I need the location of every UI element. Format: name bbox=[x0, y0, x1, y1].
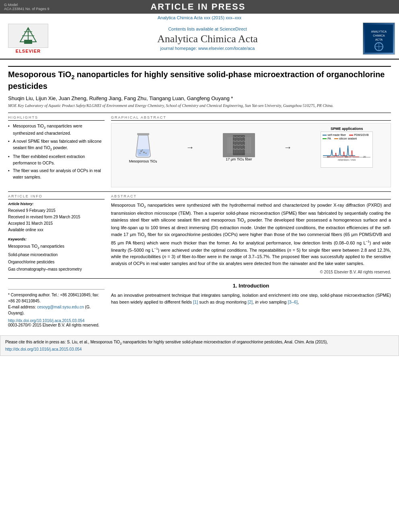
citation-doi-link[interactable]: http://dx.doi.org/10.1016/j.aca.2015.03.… bbox=[5, 347, 82, 351]
svg-point-15 bbox=[142, 150, 143, 151]
journal-title-row: ELSEVIER Contents lists available at Sci… bbox=[4, 21, 395, 56]
highlights-column: HIGHLIGHTS Mesoporous TiO2 nanoparticles… bbox=[8, 115, 105, 187]
contents-line: Contents lists available at ScienceDirec… bbox=[52, 27, 363, 31]
legend-dot-orange bbox=[334, 138, 338, 139]
ga-chart-item: SPME applications self made fiber bbox=[321, 127, 373, 168]
intro-right: 1. Introduction As an innovative pretrea… bbox=[111, 283, 391, 316]
keyword-1: Mesoporous TiO2 nanoparticles bbox=[8, 243, 105, 251]
ga-beaker-item: Mesoporous TiO₂ bbox=[129, 131, 157, 163]
ga-chart-title: SPME applications bbox=[331, 127, 363, 131]
intro-such: such bbox=[199, 300, 208, 304]
ref-1: [1] bbox=[193, 300, 198, 304]
ga-fiber-label: 17 μm TiO₂ fiber bbox=[226, 157, 252, 161]
highlights-label: HIGHLIGHTS bbox=[8, 115, 105, 121]
legend-silicon: silicon sealant bbox=[334, 137, 357, 140]
article-history-label: Article history: bbox=[8, 202, 105, 206]
graphical-abstract-column: GRAPHICAL ABSTRACT bbox=[111, 115, 391, 187]
svg-text:10: 10 bbox=[327, 156, 330, 158]
journal-header: Analytica Chimica Acta xxx (2015) xxx–xx… bbox=[0, 14, 399, 60]
graphical-abstract-content: Mesoporous TiO₂ → bbox=[111, 123, 391, 187]
highlight-item-1: Mesoporous TiO2 nanoparticles were synth… bbox=[8, 123, 105, 137]
issn-line: 0003-2670/© 2015 Elsevier B.V. All right… bbox=[8, 323, 99, 327]
keyword-4: Gas chromatography–mass spectrometry bbox=[8, 266, 105, 273]
copyright-line: © 2015 Elsevier B.V. All rights reserved… bbox=[111, 270, 391, 274]
intro-left-spacer: * Corresponding author. Tel.: +86 208411… bbox=[8, 283, 105, 316]
highlight-item-2: A novel SPME fiber was fabricated with s… bbox=[8, 138, 105, 152]
chromatogram-svg: 10 15 20 bbox=[323, 142, 370, 158]
legend-pdms: PDMS/DVB bbox=[349, 134, 369, 136]
received-revised-date: Received in revised form 29 March 2015 bbox=[8, 214, 105, 220]
citation-text: Please cite this article in press as: S.… bbox=[5, 340, 328, 344]
article-in-press-header: ARTICLE IN PRESS bbox=[49, 2, 347, 12]
ga-flow: Mesoporous TiO₂ → bbox=[115, 127, 387, 168]
elsevier-text: ELSEVIER bbox=[16, 49, 41, 53]
x-axis-label: retention / min bbox=[323, 158, 371, 161]
corresponding-author: * Corresponding author. Tel.: +86 208411… bbox=[8, 292, 105, 304]
ga-arrow-2: → bbox=[284, 143, 292, 152]
keywords-label: Keywords: bbox=[8, 237, 105, 241]
highlight-item-3: The fiber exhibited excellent extraction… bbox=[8, 154, 105, 166]
legend-label-pa: PA bbox=[327, 137, 331, 140]
keyword-2: Solid-phase microextraction bbox=[8, 251, 105, 259]
email-address: cesoyg@mail.sysu.edu.cn bbox=[37, 305, 84, 309]
introduction-section: * Corresponding author. Tel.: +86 208411… bbox=[8, 283, 391, 316]
abstract-label: ABSTRACT bbox=[111, 194, 391, 199]
legend-dot-red bbox=[349, 135, 353, 136]
legend-label-self-made: self made fiber bbox=[327, 134, 346, 136]
intro-section-heading: 1. Introduction bbox=[111, 283, 391, 289]
highlights-graphical-section: HIGHLIGHTS Mesoporous TiO2 nanoparticles… bbox=[8, 115, 391, 187]
legend-dot-green bbox=[323, 138, 327, 139]
highlights-list: Mesoporous TiO2 nanoparticles were synth… bbox=[8, 123, 105, 181]
ref-2: [2] bbox=[248, 300, 253, 304]
spme-legend: self made fiber PDMS/DVB bbox=[323, 134, 371, 136]
intro-text: As an innovative pretreatment technique … bbox=[111, 292, 391, 306]
spme-legend-2: PA silicon sealant bbox=[323, 137, 371, 140]
model-info: G Model ACA 233841 No. of Pages 9 bbox=[4, 3, 49, 11]
svg-text:ACTA: ACTA bbox=[375, 38, 383, 41]
ref-3-6: [3–6] bbox=[288, 300, 298, 304]
journal-homepage: journal homepage: www.elsevier.com/locat… bbox=[52, 46, 363, 51]
highlight-item-4: The fiber was used for analysis of OCPs … bbox=[8, 168, 105, 181]
svg-point-14 bbox=[143, 152, 145, 153]
email-label: E-mail address: bbox=[8, 305, 37, 309]
article-history: Article history: Received 9 February 201… bbox=[8, 202, 105, 233]
top-bar: G Model ACA 233841 No. of Pages 9 ARTICL… bbox=[0, 0, 399, 14]
abstract-text: Mesoporous TiO2 nanoparticles were synth… bbox=[111, 202, 391, 267]
divider-top bbox=[8, 66, 391, 67]
graphical-abstract-label: GRAPHICAL ABSTRACT bbox=[111, 115, 391, 121]
beaker-svg bbox=[131, 131, 155, 159]
article-info-label: ARTICLE INFO bbox=[8, 194, 105, 199]
main-content: Mesoporous TiO2 nanoparticles for highly… bbox=[0, 60, 399, 331]
svg-text:CHIMICA: CHIMICA bbox=[373, 34, 385, 37]
abstract-column: ABSTRACT Mesoporous TiO2 nanoparticles w… bbox=[111, 194, 391, 274]
intro-two-col: * Corresponding author. Tel.: +86 208411… bbox=[8, 283, 391, 316]
svg-text:ANALYTICA: ANALYTICA bbox=[371, 30, 387, 33]
available-online: Available online xxx bbox=[8, 227, 105, 233]
svg-text:15: 15 bbox=[345, 156, 348, 158]
divider-middle bbox=[8, 191, 391, 192]
legend-self-made: self made fiber bbox=[323, 134, 346, 136]
svg-point-17 bbox=[139, 153, 140, 154]
keyword-3: Organochlorine pesticides bbox=[8, 259, 105, 266]
footnote-section: * Corresponding author. Tel.: +86 208411… bbox=[8, 289, 105, 316]
divider-before-intro bbox=[8, 278, 391, 279]
svg-point-13 bbox=[140, 150, 142, 152]
received-date: Received 9 February 2015 bbox=[8, 207, 105, 214]
doi-line: http://dx.doi.org/10.1016/j.aca.2015.03.… bbox=[8, 318, 391, 327]
doi-link[interactable]: http://dx.doi.org/10.1016/j.aca.2015.03.… bbox=[8, 318, 84, 323]
svg-rect-19 bbox=[233, 135, 245, 155]
keywords-section: Keywords: Mesoporous TiO2 nanoparticles … bbox=[8, 237, 105, 273]
legend-pa: PA bbox=[323, 137, 331, 140]
affiliation: MOE Key Laboratory of Aquatic Product Sa… bbox=[8, 103, 391, 109]
ga-fiber-image bbox=[223, 133, 255, 157]
legend-label-silicon: silicon sealant bbox=[339, 137, 357, 140]
article-info-column: ARTICLE INFO Article history: Received 9… bbox=[8, 194, 105, 274]
journal-title-center: Contents lists available at ScienceDirec… bbox=[52, 27, 363, 51]
elsevier-logo: ELSEVIER bbox=[4, 24, 52, 53]
legend-label-pdms: PDMS/DVB bbox=[354, 134, 369, 136]
journal-name: Analytica Chimica Acta bbox=[52, 33, 363, 45]
ga-chart-box: self made fiber PDMS/DVB PA bbox=[321, 131, 373, 168]
legend-dot-blue bbox=[323, 135, 327, 136]
article-info-abstract-section: ARTICLE INFO Article history: Received 9… bbox=[8, 194, 391, 274]
elsevier-logo-image bbox=[8, 24, 48, 48]
